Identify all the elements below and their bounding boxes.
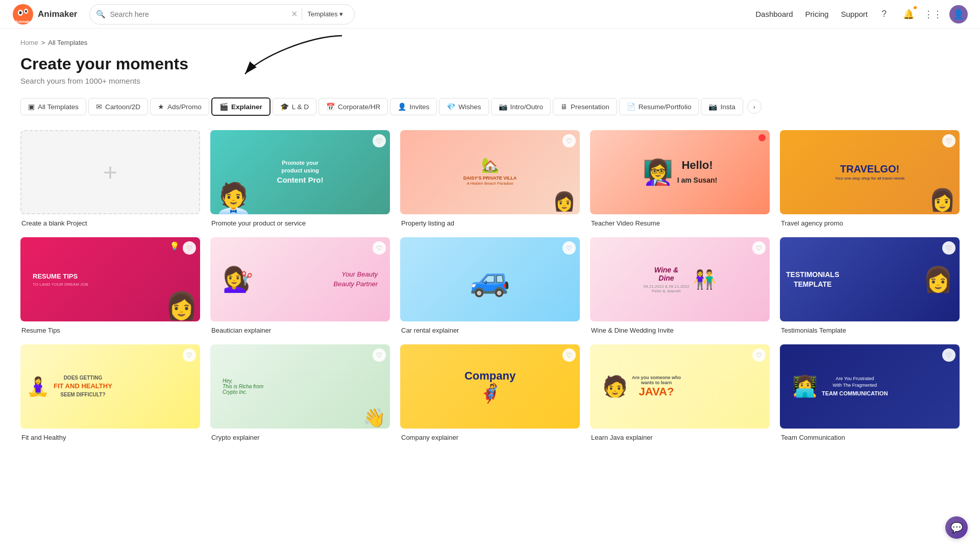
category-tabs: ▣ All Templates ✉ Cartoon/2D ★ Ads/Promo… (20, 97, 960, 116)
tab-presentation[interactable]: 🖥 Presentation (553, 98, 617, 115)
blank-card-thumb: + (20, 130, 200, 214)
resume-tips-title: RESUME TIPS (33, 272, 78, 280)
travel-card-label: Travel agency promo (780, 219, 960, 227)
promote-card-thumb: Promote your product using Content Pro! … (210, 130, 390, 214)
tab-insta[interactable]: 📷 Insta (701, 98, 743, 115)
promote-fav-button[interactable]: ♡ (373, 134, 386, 147)
team-fav-button[interactable]: ♡ (942, 348, 955, 362)
template-card-blank[interactable]: + Create a blank Project (20, 130, 200, 227)
template-card-resume-tips[interactable]: RESUME TIPS TO LAND YOUR DREAM JOB 👩 💡 ♡… (20, 237, 200, 334)
template-card-promote[interactable]: Promote your product using Content Pro! … (210, 130, 390, 227)
search-clear-icon[interactable]: ✕ (291, 9, 298, 19)
car-rental-label: Car rental explainer (400, 327, 580, 334)
blank-card-label: Create a blank Project (20, 219, 200, 227)
template-card-fitness[interactable]: 🧘‍♀️ DOES GETTING FIT AND HEALTHY SEEM D… (20, 344, 200, 441)
teacher-character: 👩‍🏫 (643, 158, 673, 187)
lightbulb-icon: 💡 (169, 241, 180, 251)
company-character: 🦸 (479, 383, 502, 404)
svg-point-4 (25, 10, 27, 12)
travel-sub: Your one-stop shop for all travel needs (835, 176, 905, 181)
crypto-fav-button[interactable]: ♡ (373, 348, 386, 362)
tab-invites[interactable]: 👤 Invites (390, 98, 437, 115)
company-fav-button[interactable]: ♡ (562, 348, 576, 362)
beautician-label: Beautician explainer (210, 327, 390, 334)
promote-character: 🧑‍💼 (214, 184, 253, 214)
car-emoji: 🚙 (470, 260, 510, 298)
tab-resume-portfolio[interactable]: 📄 Resume/Portfolio (619, 98, 699, 115)
wine-dine-text: Wine &Dine (644, 266, 690, 282)
beautician-thumb: 💇‍♀️ Your BeautyBeauty Partner ♡ (210, 237, 390, 321)
svg-point-2 (19, 11, 22, 14)
property-card-label: Property listing ad (400, 219, 580, 227)
template-card-crypto[interactable]: 👋 Hey,This is Richa fromCrypto Inc. ♡ Cr… (210, 344, 390, 441)
plus-icon: + (103, 158, 117, 186)
teacher-card-label: Teacher Video Resume (590, 219, 770, 227)
template-card-property[interactable]: 🏡 DAISY'S PRIVATE VILLAA Hidden Beach Pa… (400, 130, 580, 227)
breadcrumb-current: All Templates (48, 39, 87, 46)
tab-ld[interactable]: 🎓 L & D (273, 98, 316, 115)
tabs-next-button[interactable]: › (747, 99, 762, 114)
template-card-car-rental[interactable]: 🚙 ♡ Car rental explainer (400, 237, 580, 334)
svg-text:Animaker: Animaker (15, 19, 33, 24)
chat-icon: 💬 (950, 521, 963, 534)
search-input[interactable] (110, 10, 287, 18)
notification-icon[interactable]: 🔔 (900, 6, 917, 22)
tab-corporate-hr[interactable]: 📅 Corporate/HR (318, 98, 388, 115)
resume-fav-button[interactable]: ♡ (183, 241, 196, 255)
fitness-character: 🧘‍♀️ (27, 376, 50, 397)
ads-icon: ★ (158, 103, 164, 111)
nav-support[interactable]: Support (841, 10, 868, 18)
template-card-company[interactable]: Company 🦸 ♡ Company explainer (400, 344, 580, 441)
java-fav-button[interactable]: ♡ (752, 348, 766, 362)
template-card-travel[interactable]: TRAVELGO! Your one-stop shop for all tra… (780, 130, 960, 227)
testimonials-fav-button[interactable]: ♡ (942, 241, 955, 255)
tab-wishes[interactable]: 💎 Wishes (439, 98, 488, 115)
breadcrumb-home[interactable]: Home (20, 39, 38, 46)
search-dropdown[interactable]: Templates ▾ (302, 8, 348, 20)
chat-support-button[interactable]: 💬 (945, 516, 968, 539)
apps-grid-icon[interactable]: ⋮⋮ (925, 6, 941, 22)
property-character: 👩 (553, 191, 576, 212)
template-card-beautician[interactable]: 💇‍♀️ Your BeautyBeauty Partner ♡ Beautic… (210, 237, 390, 334)
tab-cartoon-2d[interactable]: ✉ Cartoon/2D (88, 98, 148, 115)
user-avatar[interactable]: 👤 (949, 5, 968, 23)
nav-pricing[interactable]: Pricing (805, 10, 829, 18)
tab-explainer[interactable]: 🎬 Explainer (211, 97, 271, 116)
beautician-character: 💇‍♀️ (223, 265, 253, 294)
tab-ld-label: L & D (292, 103, 309, 111)
help-icon[interactable]: ? (876, 6, 892, 22)
travel-text: TRAVELGO! (840, 164, 899, 174)
template-card-teacher[interactable]: 👩‍🏫 Hello!I am Susan! Teacher Video Resu… (590, 130, 770, 227)
property-text: DAISY'S PRIVATE VILLAA Hidden Beach Para… (461, 173, 519, 188)
company-thumb: Company 🦸 ♡ (400, 344, 580, 429)
tab-invites-label: Invites (409, 103, 429, 111)
tab-intro-outro[interactable]: 📷 Intro/Outro (491, 98, 551, 115)
page-title: Create your moments (20, 55, 960, 73)
tab-all-templates[interactable]: ▣ All Templates (20, 98, 86, 115)
promote-card-label: Promote your product or service (210, 219, 390, 227)
fitness-fav-button[interactable]: ♡ (183, 348, 196, 362)
car-rental-thumb: 🚙 ♡ (400, 237, 580, 321)
breadcrumb: Home > All Templates (20, 39, 960, 46)
template-card-java[interactable]: 🧑 Are you someone whowants to learn JAVA… (590, 344, 770, 441)
fitness-label: Fit and Healthy (20, 434, 200, 441)
beautician-fav-button[interactable]: ♡ (373, 241, 386, 255)
logo[interactable]: Animaker Animaker (12, 4, 77, 25)
travel-card-thumb: TRAVELGO! Your one-stop shop for all tra… (780, 130, 960, 214)
tab-ads-promo[interactable]: ★ Ads/Promo (150, 98, 209, 115)
promote-thumb-text: Promote your product using Content Pro! (277, 159, 324, 186)
team-label: Team Communication (780, 434, 960, 441)
template-card-testimonials[interactable]: TESTIMONIALSTEMPLATE 👩 ♡ Testimonials Te… (780, 237, 960, 334)
template-card-team[interactable]: 👩‍💻 Are You Frustrated With The Fragment… (780, 344, 960, 441)
travel-fav-button[interactable]: ♡ (942, 134, 955, 147)
property-fav-button[interactable]: ♡ (562, 134, 576, 147)
search-bar: 🔍 ✕ Templates ▾ (89, 4, 355, 24)
wine-fav-button[interactable]: ♡ (752, 241, 766, 255)
search-icon: 🔍 (96, 10, 106, 19)
resume-portfolio-icon: 📄 (627, 103, 635, 111)
template-card-wine-dine[interactable]: Wine &Dine 09.21.2022 & 09.11.2022 Peter… (590, 237, 770, 334)
car-fav-button[interactable]: ♡ (562, 241, 576, 255)
wishes-icon: 💎 (447, 103, 455, 111)
tab-explainer-label: Explainer (231, 103, 262, 111)
nav-dashboard[interactable]: Dashboard (755, 10, 793, 18)
